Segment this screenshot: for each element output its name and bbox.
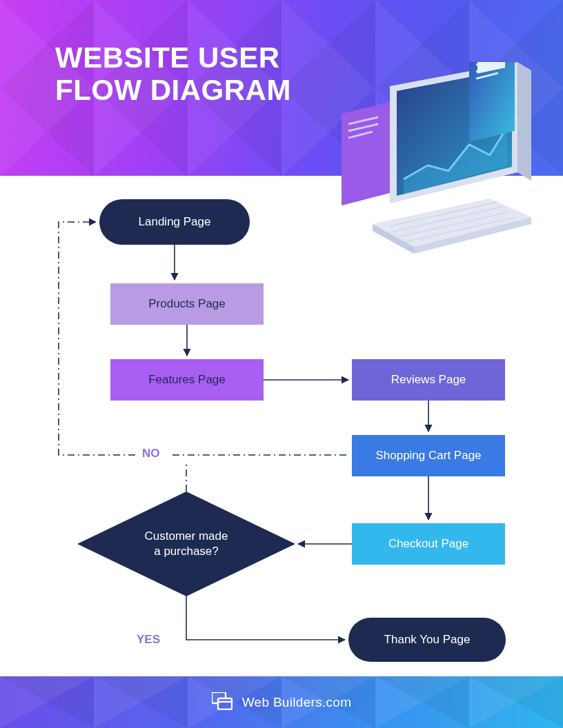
node-label: Thank You Page [384, 633, 471, 647]
svg-line-8 [393, 207, 502, 232]
node-shopping-cart-page: Shopping Cart Page [352, 435, 505, 476]
node-decision-purchase: Customer made a purchase? [77, 492, 295, 596]
node-label: Shopping Cart Page [375, 449, 481, 463]
title-line-2: FLOW DIAGRAM [55, 74, 291, 106]
svg-line-7 [390, 202, 497, 226]
node-label: Reviews Page [391, 373, 466, 387]
header-banner: WEBSITE USER FLOW DIAGRAM [0, 0, 563, 176]
page: WEBSITE USER FLOW DIAGRAM [0, 0, 563, 728]
svg-rect-30 [218, 698, 232, 709]
node-label: Products Page [148, 297, 226, 311]
svg-line-9 [397, 212, 508, 237]
node-features-page: Features Page [110, 359, 264, 401]
node-landing-page: Landing Page [99, 199, 250, 245]
svg-line-10 [402, 218, 513, 243]
footer-brand-text: Web Builders.com [242, 695, 352, 710]
node-label: Landing Page [139, 215, 211, 229]
node-thank-you-page: Thank You Page [348, 618, 506, 662]
edge-label-yes: YES [137, 633, 160, 647]
node-label: Checkout Page [388, 537, 468, 551]
node-reviews-page: Reviews Page [352, 359, 505, 401]
svg-marker-6 [414, 217, 531, 254]
brand-windows-icon [212, 692, 233, 713]
footer-banner: Web Builders.com [0, 676, 563, 728]
svg-marker-4 [373, 199, 531, 247]
decision-text-line-1: Customer made [145, 529, 228, 543]
title-line-1: WEBSITE USER [55, 41, 280, 74]
node-checkout-page: Checkout Page [352, 523, 505, 565]
edge-label-no: NO [142, 447, 160, 461]
decision-text-line-2: a purchase? [154, 545, 219, 558]
svg-marker-5 [373, 224, 414, 254]
page-title: WEBSITE USER FLOW DIAGRAM [55, 41, 291, 106]
node-label: Features Page [148, 373, 226, 387]
node-products-page: Products Page [110, 283, 264, 325]
